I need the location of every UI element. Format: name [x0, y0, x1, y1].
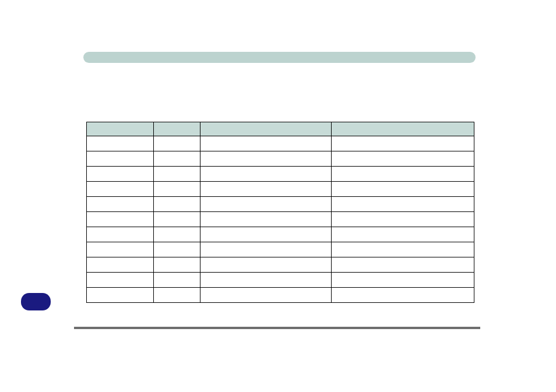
table-row: [87, 288, 474, 303]
table-cell: [87, 136, 154, 151]
table-cell: [87, 257, 154, 273]
table-cell: [154, 257, 200, 273]
table-row: [87, 212, 474, 227]
table-header-cell: [200, 122, 332, 136]
table-row: [87, 136, 474, 151]
table-cell: [154, 288, 200, 303]
table-cell: [332, 167, 474, 182]
table-row: [87, 273, 474, 288]
table-cell: [154, 167, 200, 182]
table-cell: [200, 136, 332, 151]
table-row: [87, 242, 474, 257]
table-cell: [87, 212, 154, 227]
data-table: [86, 122, 474, 303]
table-cell: [332, 151, 474, 167]
table-cell: [200, 151, 332, 167]
table-cell: [332, 136, 474, 151]
table-cell: [332, 242, 474, 257]
table-cell: [200, 242, 332, 257]
table-cell: [332, 273, 474, 288]
table-cell: [200, 288, 332, 303]
table-cell: [154, 182, 200, 197]
table-cell: [332, 257, 474, 273]
table-cell: [200, 227, 332, 242]
table-row: [87, 167, 474, 182]
table-cell: [154, 273, 200, 288]
table-cell: [87, 182, 154, 197]
table-cell: [200, 273, 332, 288]
table-row: [87, 257, 474, 273]
table-cell: [87, 167, 154, 182]
table-header-cell: [87, 122, 154, 136]
table-cell: [87, 197, 154, 212]
table-cell: [87, 288, 154, 303]
table-header-cell: [332, 122, 474, 136]
table-cell: [200, 182, 332, 197]
table-cell: [200, 197, 332, 212]
table-cell: [87, 242, 154, 257]
footer-rule: [74, 327, 480, 329]
table-cell: [154, 151, 200, 167]
table-cell: [200, 257, 332, 273]
table-row: [87, 227, 474, 242]
table-header-row: [87, 122, 474, 136]
table-row: [87, 182, 474, 197]
table-cell: [154, 227, 200, 242]
table-row: [87, 197, 474, 212]
table-body: [87, 136, 474, 303]
data-table-wrap: [86, 122, 474, 303]
page-number-badge: [21, 293, 51, 310]
table-cell: [154, 197, 200, 212]
table-row: [87, 151, 474, 167]
table-cell: [154, 242, 200, 257]
table-cell: [332, 288, 474, 303]
table-cell: [87, 227, 154, 242]
table-cell: [332, 227, 474, 242]
table-cell: [87, 151, 154, 167]
table-cell: [154, 136, 200, 151]
header-bar: [83, 52, 476, 63]
table-cell: [87, 273, 154, 288]
table-cell: [154, 212, 200, 227]
table-cell: [200, 167, 332, 182]
table-cell: [332, 197, 474, 212]
table-header-cell: [154, 122, 200, 136]
table-cell: [332, 212, 474, 227]
table-cell: [332, 182, 474, 197]
table-cell: [200, 212, 332, 227]
